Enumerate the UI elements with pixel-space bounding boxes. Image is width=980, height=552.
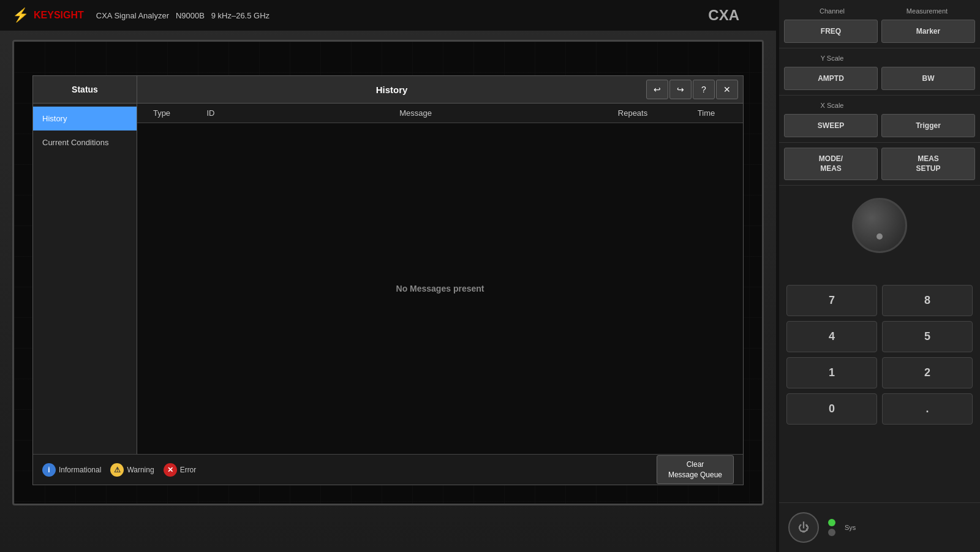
dial-section <box>779 186 980 265</box>
sweep-button[interactable]: SWEEP <box>784 114 878 137</box>
redo-button[interactable]: ↪ <box>669 80 692 99</box>
instrument-body: ⚡ KEYSIGHT CXA Signal Analyzer N9000B 9 … <box>0 0 778 552</box>
close-button[interactable]: ✕ <box>716 80 738 99</box>
error-label: Error <box>180 466 197 474</box>
meas-setup-button[interactable]: MEASSETUP <box>881 148 975 180</box>
col-repeats: Repeats <box>596 108 669 118</box>
mode-meas-button[interactable]: MODE/MEAS <box>784 148 878 180</box>
num-8-button[interactable]: 8 <box>882 285 973 316</box>
power-indicator-green <box>828 519 835 526</box>
status-dialog: Status History ↩ ↪ ? ✕ History Curre <box>32 75 744 485</box>
num-0-button[interactable]: 0 <box>786 393 877 425</box>
main-content: Type ID Message Repeats Time No Messages… <box>137 104 743 454</box>
warning-label: Warning <box>127 466 154 474</box>
y-scale-section: Y Scale AMPTD BW <box>779 48 980 96</box>
error-icon: ✕ <box>164 463 177 477</box>
channel-measurement-section: Channel Measurement FREQ Marker <box>779 0 980 48</box>
dial-indicator <box>876 233 883 240</box>
dialog-body: History Current Conditions Type ID Messa… <box>33 104 743 454</box>
help-button[interactable]: ? <box>693 80 715 99</box>
logo-icon: ⚡ <box>12 7 29 23</box>
dialog-title: History <box>137 85 646 95</box>
info-label: Informational <box>59 466 101 474</box>
legend-warning: ⚠ Warning <box>110 463 154 477</box>
sweep-trigger-row: SWEEP Trigger <box>784 114 975 137</box>
col-type: Type <box>137 108 186 118</box>
bw-button[interactable]: BW <box>881 67 975 90</box>
num-2-button[interactable]: 2 <box>882 357 973 388</box>
amptd-bw-row: AMPTD BW <box>784 67 975 90</box>
y-scale-label: Y Scale <box>786 55 878 62</box>
x-scale-section: X Scale SWEEP Trigger <box>779 96 980 143</box>
power-button[interactable]: ⏻ <box>788 512 819 543</box>
num-7-button[interactable]: 7 <box>786 285 877 316</box>
instrument-model: CXA Signal Analyzer N9000B 9 kHz–26.5 GH… <box>96 11 270 20</box>
mode-meas-section: MODE/MEAS MEASSETUP <box>779 143 980 186</box>
mode-meas-row: MODE/MEAS MEASSETUP <box>784 148 975 180</box>
numpad-row-4: 0 . <box>786 393 973 425</box>
legend-informational: i Informational <box>42 463 101 477</box>
measurement-label: Measurement <box>881 7 973 15</box>
screen-area: Status History ↩ ↪ ? ✕ History Curre <box>12 40 764 505</box>
right-panel: Channel Measurement FREQ Marker Y Scale … <box>778 0 980 552</box>
no-messages-text: No Messages present <box>396 284 484 293</box>
numpad-row-2: 4 5 <box>786 321 973 352</box>
power-indicator-grey <box>828 529 835 536</box>
channel-label: Channel <box>786 7 878 15</box>
x-scale-label: X Scale <box>786 102 878 109</box>
table-body: No Messages present <box>137 123 743 454</box>
warning-icon: ⚠ <box>110 463 124 477</box>
amptd-button[interactable]: AMPTD <box>784 67 878 90</box>
status-label: Status <box>33 76 137 103</box>
numpad-row-3: 1 2 <box>786 357 973 388</box>
dialog-footer: i Informational ⚠ Warning ✕ Error ClearM… <box>33 454 743 485</box>
power-section: ⏻ Sys <box>779 502 980 552</box>
col-time: Time <box>669 108 743 118</box>
freq-button[interactable]: FREQ <box>784 20 878 43</box>
dialog-controls: ↩ ↪ ? ✕ <box>646 80 743 99</box>
num-dot-button[interactable]: . <box>882 393 973 425</box>
sys-label: Sys <box>845 524 856 531</box>
status-indicators <box>828 519 835 536</box>
keysight-logo: ⚡ KEYSIGHT <box>12 7 84 23</box>
num-4-button[interactable]: 4 <box>786 321 877 352</box>
trigger-button[interactable]: Trigger <box>881 114 975 137</box>
col-id: ID <box>186 108 235 118</box>
dial-knob[interactable] <box>852 198 907 253</box>
clear-message-queue-button[interactable]: ClearMessage Queue <box>657 455 734 485</box>
sidebar: History Current Conditions <box>33 104 137 454</box>
info-icon: i <box>42 463 56 477</box>
num-5-button[interactable]: 5 <box>882 321 973 352</box>
marker-button[interactable]: Marker <box>881 20 975 43</box>
numpad-row-1: 7 8 <box>786 285 973 316</box>
numpad-section: 7 8 4 5 1 2 0 . <box>779 278 980 432</box>
cxa-label: CXA <box>708 7 739 24</box>
num-1-button[interactable]: 1 <box>786 357 877 388</box>
freq-marker-row: FREQ Marker <box>784 20 975 43</box>
sidebar-item-history[interactable]: History <box>33 107 137 130</box>
col-message: Message <box>235 108 596 118</box>
dialog-header: Status History ↩ ↪ ? ✕ <box>33 76 743 104</box>
sidebar-item-current-conditions[interactable]: Current Conditions <box>33 130 137 154</box>
brand-name: KEYSIGHT <box>34 10 84 21</box>
undo-button[interactable]: ↩ <box>646 80 668 99</box>
table-header: Type ID Message Repeats Time <box>137 104 743 123</box>
legend-error: ✕ Error <box>164 463 197 477</box>
top-bar: ⚡ KEYSIGHT CXA Signal Analyzer N9000B 9 … <box>0 0 776 31</box>
